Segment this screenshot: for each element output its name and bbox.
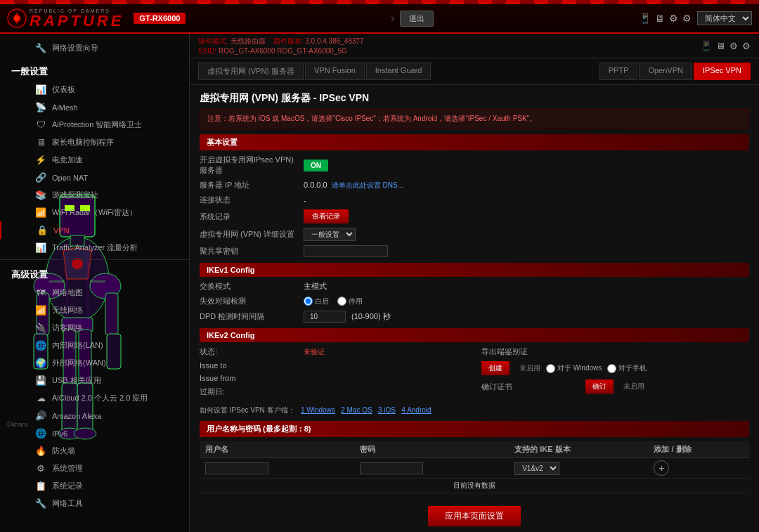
howto-windows-link[interactable]: 1 Windows: [301, 406, 335, 414]
settings2-icon[interactable]: ⚙: [682, 13, 692, 24]
sidebar-item-parental[interactable]: 🖥 家长电脑控制程序: [0, 134, 189, 151]
general-settings-title: 一般设置: [0, 60, 189, 81]
radio-enable[interactable]: 白启: [304, 297, 329, 306]
psk-input[interactable]: [304, 245, 388, 257]
sidebar-item-wireless[interactable]: 📶 无线网络: [0, 301, 189, 319]
confirm-cert-row: 确订证书 确订 未启用: [481, 379, 749, 394]
tab-openvpn[interactable]: OpenVPN: [639, 63, 692, 80]
header-icons: 📱 🖥 ⚙ ⚙: [639, 13, 692, 24]
monitor-icon[interactable]: 🖥: [655, 13, 665, 24]
cert-status-row: 状态: 未验证: [200, 346, 467, 357]
sidebar-item-firewall[interactable]: 🔥 防火墙: [0, 442, 189, 460]
for-phone-label[interactable]: 对于手机: [607, 363, 647, 373]
radio-enable-input[interactable]: [304, 297, 313, 306]
sidebar-item-usb[interactable]: 💾 USB 相关应用: [0, 372, 189, 389]
gear-status-icon[interactable]: ⚙: [729, 41, 738, 51]
dpd-range: (10-900) 秒: [351, 311, 391, 322]
radio-disable[interactable]: 停用: [337, 297, 363, 306]
howto-ios-link[interactable]: 3 iOS: [378, 406, 396, 414]
ike-version-select[interactable]: V1&v2: [514, 462, 559, 475]
sidebar-item-syslog[interactable]: 📋 系统记录: [0, 477, 189, 495]
howto-row: 如何设置 IPSec VPN 客户端： 1 Windows 2 Mac OS 3…: [200, 406, 749, 415]
phone-icon[interactable]: 📱: [639, 13, 651, 24]
wifiradar-icon: 📶: [35, 207, 46, 218]
sidebar-item-aiprotection[interactable]: 🛡 AiProtection 智能网络卫士: [0, 116, 189, 134]
create-status: 未启用: [519, 363, 540, 373]
lan-icon: 🌐: [35, 340, 46, 351]
sidebar-item-aicloud[interactable]: ☁ AiCloud 2.0 个人云 2.0 应用: [0, 389, 189, 407]
howto-macos-link[interactable]: 2 Mac OS: [341, 406, 372, 414]
traffic-icon: 📊: [35, 242, 46, 253]
sidebar-item-networkmap[interactable]: 🗺 网络地图: [0, 284, 189, 301]
sidebar-item-vpn[interactable]: 🔒 VPN: [0, 221, 189, 239]
settings-icon[interactable]: ⚙: [669, 13, 678, 24]
psk-label: 聚共享密钥: [200, 246, 298, 257]
for-windows-label[interactable]: 对于 Windows: [546, 363, 602, 373]
col-actions: 添加 / 删除: [648, 441, 749, 458]
export-auth-label: 导出端鉴别证: [481, 346, 580, 357]
add-user-button[interactable]: +: [654, 460, 669, 476]
sidebar-item-dashboard[interactable]: 📊 仪表板: [0, 81, 189, 98]
sidebar-item-gameradar[interactable]: 📚 游戏探测宝社: [0, 186, 189, 204]
tab-instant-guard[interactable]: Instant Guard: [366, 63, 432, 80]
sidebar-item-alexa[interactable]: 🔊 Amazon Alexa: [0, 407, 189, 424]
col-password: 密码: [354, 441, 509, 458]
for-windows-radio[interactable]: [546, 364, 555, 373]
connection-label: 连接状态: [200, 195, 298, 205]
new-username-input[interactable]: [205, 462, 268, 474]
form-row-server-ip: 服务器 IP 地址 0.0.0.0 请单击此处设置 DNS...: [200, 180, 749, 190]
dns-link[interactable]: 请单击此处设置 DNS...: [332, 181, 403, 189]
confirm-cert-button[interactable]: 确订: [585, 379, 614, 394]
sidebar-item-wifiradar[interactable]: 📶 WiFi Radar（WiFi雷达）: [0, 204, 189, 221]
advanced-settings-title: 高级设置: [0, 263, 189, 284]
syslog-icon: 📋: [35, 481, 46, 491]
col-username: 用户名: [200, 441, 354, 458]
dpd-interval-input[interactable]: [304, 311, 346, 323]
language-select[interactable]: 简体中文: [697, 11, 752, 25]
sidebar-item-sysadmin[interactable]: ⚙ 系统管理: [0, 460, 189, 477]
sidebar-divider: [0, 259, 189, 260]
apply-section: 应用本页面设置: [200, 499, 749, 526]
create-cert-button[interactable]: 创建: [481, 361, 510, 375]
expire-label: 过期日:: [200, 387, 298, 397]
vpn-icon: 🔒: [37, 225, 48, 235]
header-center[interactable]: › 退出: [391, 11, 434, 27]
toggle-label: 开启虚拟专用网IPsec VPN) 服务器: [200, 155, 298, 176]
new-password-input[interactable]: [360, 462, 423, 474]
sidebar-item-ipv6[interactable]: 🌐 IPv6: [0, 424, 189, 442]
sidebar-item-guestnet[interactable]: 🔌 访客网络: [0, 319, 189, 337]
view-log-button[interactable]: 查看记录: [304, 209, 349, 223]
info-bar-right: 📱 🖥 ⚙ ⚙: [701, 41, 751, 51]
sidebar-item-nettools[interactable]: 🔧 网络工具: [0, 495, 189, 512]
form-row-toggle: 开启虚拟专用网IPsec VPN) 服务器 ON: [200, 155, 749, 176]
nav-tabs: 虚拟专用网 (VPN) 服务器 VPN Fusion Instant Guard…: [190, 58, 759, 85]
radio-disable-input[interactable]: [337, 297, 346, 306]
issue-to-label: Issue to: [200, 361, 298, 370]
tab-pptp[interactable]: PPTP: [599, 63, 638, 80]
wan-icon: 🌍: [35, 358, 46, 368]
sidebar-item-wan[interactable]: 🌍 外部网络(WAN): [0, 354, 189, 372]
sidebar-item-gaming[interactable]: ⚡ 电竞加速: [0, 151, 189, 169]
export-auth-row: 导出端鉴别证: [481, 346, 749, 357]
apply-button[interactable]: 应用本页面设置: [428, 506, 521, 526]
ikev2-cert-info: 状态: 未验证 Issue to Issue from 过期日:: [200, 346, 467, 401]
tab-ipsec[interactable]: IPSec VPN: [694, 63, 751, 80]
vpn-detail-select[interactable]: 一般设置: [304, 228, 356, 241]
header: REPUBLIC OF GAMERS RAPTURE GT-RX6000 › 退…: [0, 4, 759, 34]
sidebar-item-lan[interactable]: 🌐 内部网络(LAN): [0, 337, 189, 354]
sidebar-item-aimesh[interactable]: 📡 AiMesh: [0, 98, 189, 116]
vpn-toggle[interactable]: ON: [304, 160, 328, 171]
sidebar-item-traffic[interactable]: 📊 Traffic Analyzer 流量分析: [0, 239, 189, 257]
tab-vpn-server[interactable]: 虚拟专用网 (VPN) 服务器: [198, 63, 304, 80]
settings-status-icon[interactable]: ⚙: [742, 41, 751, 51]
setup-wizard-item[interactable]: 🔧 网络设置向导: [0, 39, 189, 57]
chevron-right-icon: ›: [391, 12, 394, 25]
exit-button[interactable]: 退出: [400, 11, 434, 27]
rog-icon: [7, 8, 27, 28]
sidebar-item-opennat[interactable]: 🔗 Open NAT: [0, 169, 189, 186]
tab-vpn-fusion[interactable]: VPN Fusion: [305, 63, 365, 80]
issue-to-row: Issue to: [200, 361, 467, 370]
cert-status-value: 未验证: [304, 347, 325, 357]
howto-android-link[interactable]: 4 Android: [401, 406, 431, 414]
for-phone-radio[interactable]: [607, 364, 616, 373]
